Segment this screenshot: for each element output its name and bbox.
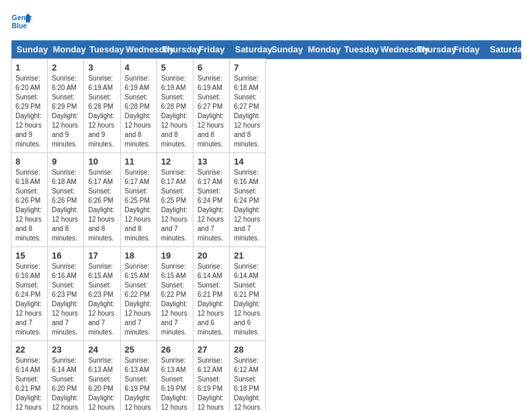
calendar-day-23: 23 Sunrise: 6:14 AMSunset: 6:20 PMDaylig…	[48, 341, 84, 412]
calendar-day-1: 1 Sunrise: 6:20 AMSunset: 6:29 PMDayligh…	[11, 59, 48, 153]
calendar-day-14: 14 Sunrise: 6:16 AMSunset: 6:24 PMDaylig…	[230, 153, 266, 247]
day-info: Sunrise: 6:13 AMSunset: 6:19 PMDaylight:…	[161, 356, 189, 411]
day-number: 7	[234, 62, 261, 73]
day-info: Sunrise: 6:19 AMSunset: 6:28 PMDaylight:…	[161, 74, 189, 149]
day-info: Sunrise: 6:15 AMSunset: 6:23 PMDaylight:…	[88, 262, 116, 337]
calendar-day-7: 7 Sunrise: 6:18 AMSunset: 6:27 PMDayligh…	[230, 59, 266, 153]
calendar-day-4: 4 Sunrise: 6:19 AMSunset: 6:28 PMDayligh…	[120, 59, 157, 153]
day-info: Sunrise: 6:16 AMSunset: 6:23 PMDaylight:…	[52, 262, 79, 337]
col-header-thursday: Thursday	[412, 40, 448, 59]
calendar-day-20: 20 Sunrise: 6:14 AMSunset: 6:21 PMDaylig…	[193, 247, 230, 341]
page-header: General Blue	[11, 11, 521, 32]
calendar-day-8: 8 Sunrise: 6:18 AMSunset: 6:26 PMDayligh…	[11, 153, 48, 247]
logo: General Blue	[11, 11, 32, 32]
header-thursday: Thursday	[157, 40, 193, 59]
col-header-tuesday: Tuesday	[339, 40, 375, 59]
header-monday: Monday	[48, 40, 84, 59]
day-number: 5	[161, 62, 189, 73]
calendar-day-12: 12 Sunrise: 6:17 AMSunset: 6:25 PMDaylig…	[157, 153, 193, 247]
day-number: 24	[88, 345, 116, 355]
day-number: 28	[234, 345, 261, 355]
col-header-sunday: Sunday	[266, 40, 302, 59]
day-number: 19	[161, 250, 189, 261]
calendar-day-22: 22 Sunrise: 6:14 AMSunset: 6:21 PMDaylig…	[11, 341, 48, 412]
day-number: 11	[125, 156, 152, 167]
calendar-day-24: 24 Sunrise: 6:13 AMSunset: 6:20 PMDaylig…	[84, 341, 120, 412]
day-info: Sunrise: 6:19 AMSunset: 6:27 PMDaylight:…	[197, 74, 225, 149]
calendar-day-18: 18 Sunrise: 6:15 AMSunset: 6:22 PMDaylig…	[120, 247, 157, 341]
day-number: 6	[197, 62, 225, 73]
day-info: Sunrise: 6:14 AMSunset: 6:21 PMDaylight:…	[234, 262, 261, 337]
day-number: 4	[125, 62, 152, 73]
header-tuesday: Tuesday	[84, 40, 120, 59]
day-number: 22	[15, 345, 43, 355]
calendar-day-3: 3 Sunrise: 6:19 AMSunset: 6:28 PMDayligh…	[84, 59, 120, 153]
day-info: Sunrise: 6:15 AMSunset: 6:22 PMDaylight:…	[161, 262, 189, 337]
calendar-day-10: 10 Sunrise: 6:17 AMSunset: 6:26 PMDaylig…	[84, 153, 120, 247]
col-header-wednesday: Wednesday	[375, 40, 412, 59]
day-number: 25	[125, 345, 152, 355]
day-info: Sunrise: 6:13 AMSunset: 6:20 PMDaylight:…	[88, 356, 116, 411]
calendar-day-15: 15 Sunrise: 6:16 AMSunset: 6:24 PMDaylig…	[11, 247, 48, 341]
header-saturday: Saturday	[230, 40, 266, 59]
calendar-day-25: 25 Sunrise: 6:13 AMSunset: 6:19 PMDaylig…	[120, 341, 157, 412]
day-info: Sunrise: 6:14 AMSunset: 6:20 PMDaylight:…	[52, 356, 79, 411]
header-friday: Friday	[193, 40, 230, 59]
svg-text:Blue: Blue	[12, 22, 28, 30]
day-info: Sunrise: 6:20 AMSunset: 6:29 PMDaylight:…	[52, 74, 79, 149]
calendar-week-2: 8 Sunrise: 6:18 AMSunset: 6:26 PMDayligh…	[11, 153, 521, 247]
day-number: 9	[52, 156, 79, 167]
calendar-day-13: 13 Sunrise: 6:17 AMSunset: 6:24 PMDaylig…	[193, 153, 230, 247]
day-info: Sunrise: 6:18 AMSunset: 6:26 PMDaylight:…	[52, 168, 79, 243]
day-info: Sunrise: 6:19 AMSunset: 6:28 PMDaylight:…	[125, 74, 152, 149]
day-number: 16	[52, 250, 79, 261]
header-sunday: Sunday	[11, 40, 48, 59]
calendar-table: SundayMondayTuesdayWednesdayThursdayFrid…	[11, 40, 521, 411]
day-number: 8	[15, 156, 43, 167]
day-number: 14	[234, 156, 261, 167]
day-info: Sunrise: 6:14 AMSunset: 6:21 PMDaylight:…	[197, 262, 225, 337]
calendar-day-19: 19 Sunrise: 6:15 AMSunset: 6:22 PMDaylig…	[157, 247, 193, 341]
day-number: 23	[52, 345, 79, 355]
calendar-week-1: 1 Sunrise: 6:20 AMSunset: 6:29 PMDayligh…	[11, 59, 521, 153]
day-info: Sunrise: 6:14 AMSunset: 6:21 PMDaylight:…	[15, 356, 43, 411]
day-number: 27	[197, 345, 225, 355]
col-header-saturday: Saturday	[484, 40, 521, 59]
day-number: 17	[88, 250, 116, 261]
calendar-header-row: SundayMondayTuesdayWednesdayThursdayFrid…	[11, 40, 521, 59]
calendar-day-27: 27 Sunrise: 6:12 AMSunset: 6:19 PMDaylig…	[193, 341, 230, 412]
calendar-day-6: 6 Sunrise: 6:19 AMSunset: 6:27 PMDayligh…	[193, 59, 230, 153]
calendar-day-2: 2 Sunrise: 6:20 AMSunset: 6:29 PMDayligh…	[48, 59, 84, 153]
day-info: Sunrise: 6:16 AMSunset: 6:24 PMDaylight:…	[234, 168, 261, 243]
day-number: 12	[161, 156, 189, 167]
day-info: Sunrise: 6:17 AMSunset: 6:25 PMDaylight:…	[161, 168, 189, 243]
day-info: Sunrise: 6:15 AMSunset: 6:22 PMDaylight:…	[125, 262, 152, 337]
day-info: Sunrise: 6:12 AMSunset: 6:18 PMDaylight:…	[234, 356, 261, 411]
day-info: Sunrise: 6:18 AMSunset: 6:26 PMDaylight:…	[15, 168, 43, 243]
day-number: 2	[52, 62, 79, 73]
col-header-monday: Monday	[302, 40, 339, 59]
col-header-friday: Friday	[448, 40, 484, 59]
day-number: 20	[197, 250, 225, 261]
logo-icon: General Blue	[11, 11, 32, 32]
day-number: 15	[15, 250, 43, 261]
day-number: 10	[88, 156, 116, 167]
day-number: 26	[161, 345, 189, 355]
day-info: Sunrise: 6:17 AMSunset: 6:25 PMDaylight:…	[125, 168, 152, 243]
day-info: Sunrise: 6:12 AMSunset: 6:19 PMDaylight:…	[197, 356, 225, 411]
day-info: Sunrise: 6:17 AMSunset: 6:26 PMDaylight:…	[88, 168, 116, 243]
calendar-day-9: 9 Sunrise: 6:18 AMSunset: 6:26 PMDayligh…	[48, 153, 84, 247]
calendar-day-17: 17 Sunrise: 6:15 AMSunset: 6:23 PMDaylig…	[84, 247, 120, 341]
calendar-day-26: 26 Sunrise: 6:13 AMSunset: 6:19 PMDaylig…	[157, 341, 193, 412]
day-number: 13	[197, 156, 225, 167]
calendar-week-3: 15 Sunrise: 6:16 AMSunset: 6:24 PMDaylig…	[11, 247, 521, 341]
day-number: 18	[125, 250, 152, 261]
calendar-week-4: 22 Sunrise: 6:14 AMSunset: 6:21 PMDaylig…	[11, 341, 521, 412]
day-info: Sunrise: 6:19 AMSunset: 6:28 PMDaylight:…	[88, 74, 116, 149]
day-info: Sunrise: 6:20 AMSunset: 6:29 PMDaylight:…	[15, 74, 43, 149]
calendar-day-21: 21 Sunrise: 6:14 AMSunset: 6:21 PMDaylig…	[230, 247, 266, 341]
day-info: Sunrise: 6:16 AMSunset: 6:24 PMDaylight:…	[15, 262, 43, 337]
calendar-day-16: 16 Sunrise: 6:16 AMSunset: 6:23 PMDaylig…	[48, 247, 84, 341]
day-number: 3	[88, 62, 116, 73]
calendar-day-28: 28 Sunrise: 6:12 AMSunset: 6:18 PMDaylig…	[230, 341, 266, 412]
